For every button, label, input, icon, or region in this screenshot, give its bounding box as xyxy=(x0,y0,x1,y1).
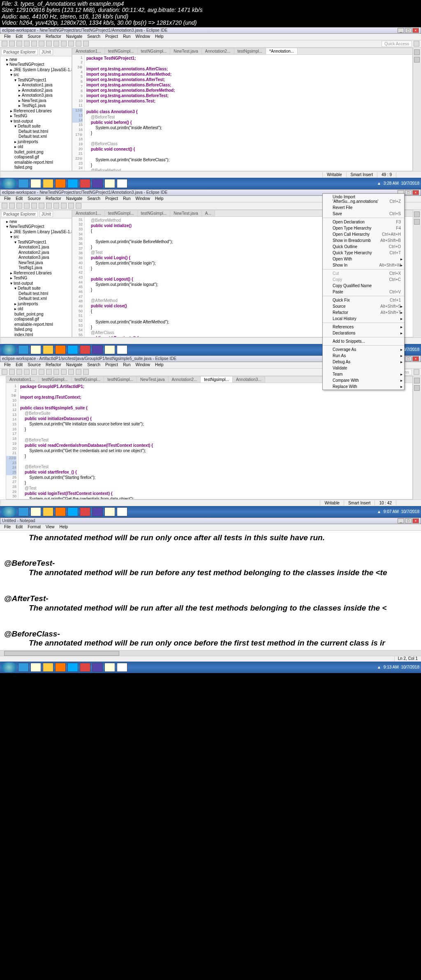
horizontal-scrollbar[interactable] xyxy=(0,650,421,656)
ctx-open-call-h[interactable]: Open Call HierarchyCtrl+Alt+H xyxy=(323,231,404,237)
toolbar-icon[interactable] xyxy=(68,41,74,46)
ctx-open-with[interactable]: Open With xyxy=(323,256,404,262)
tree-item[interactable]: ▸junitreports xyxy=(2,139,70,145)
tree-item[interactable]: ▸NewTest.java xyxy=(2,98,70,104)
toolbar-icon[interactable] xyxy=(76,41,81,46)
ctx-validate[interactable]: Validate xyxy=(323,365,404,371)
start-button[interactable] xyxy=(2,662,16,672)
tree-item[interactable]: failed.png xyxy=(2,327,70,332)
tree-item[interactable]: collapseall.gif xyxy=(2,155,70,160)
ctx-paste[interactable]: PasteCtrl+V xyxy=(323,289,404,295)
tree-item[interactable]: ▾test-output xyxy=(2,281,70,286)
tree-item[interactable]: bullet_point.png xyxy=(2,312,70,317)
menu-source[interactable]: Source xyxy=(25,34,43,40)
outline-icon[interactable] xyxy=(414,49,420,55)
menu-run[interactable]: Run xyxy=(120,34,133,40)
toolbar-icon[interactable] xyxy=(24,41,30,46)
tree-item[interactable]: emailable-report.html xyxy=(2,322,70,327)
tree-item[interactable]: Annotation1.java xyxy=(2,245,70,250)
minimize-button[interactable]: _ xyxy=(398,28,404,33)
ctx-run-as[interactable]: Run As xyxy=(323,353,404,359)
ctx-replace-with[interactable]: Replace With xyxy=(323,383,404,390)
title-bar[interactable]: eclipse-workspace - NewTestNGProject/src… xyxy=(0,27,421,34)
tree-item[interactable]: emailable-report.html xyxy=(2,160,70,165)
ctx-open-type-h[interactable]: Open Type HierarchyF4 xyxy=(323,225,404,231)
menu-file[interactable]: File xyxy=(2,34,13,40)
tree-item[interactable]: ▸JRE System Library [JavaSE-1.8] xyxy=(2,67,70,73)
ed-tab[interactable]: testNGsimpl... xyxy=(105,48,138,54)
tree-item[interactable]: Annotation3.java xyxy=(2,255,70,260)
tasklist-icon[interactable] xyxy=(414,57,420,63)
ctx-undo[interactable]: Undo Import 'AfterSu...ng.annotations'Ct… xyxy=(323,194,404,204)
chrome-icon[interactable] xyxy=(43,179,53,188)
ctx-copy[interactable]: CopyCtrl+C xyxy=(323,276,404,283)
tree-item[interactable]: ▸JRE System Library [JavaSE-1.8] xyxy=(2,230,70,235)
skype-icon[interactable] xyxy=(67,179,78,188)
tree-item[interactable]: ▸TestNG xyxy=(2,276,70,281)
ctx-debug-as[interactable]: Debug As xyxy=(323,359,404,365)
ctx-cut[interactable]: CutCtrl+X xyxy=(323,270,404,276)
ctx-local-history[interactable]: Local History xyxy=(323,316,404,322)
tree-item[interactable]: ▸old xyxy=(2,144,70,150)
eclipse-icon[interactable] xyxy=(92,179,103,188)
tree-item[interactable]: failed.png xyxy=(2,165,70,170)
notepad-text-area[interactable]: The annotated method will be run only on… xyxy=(0,531,421,650)
tree-item[interactable]: ▸Annotation1.java xyxy=(2,83,70,88)
ctx-compare-with[interactable]: Compare With xyxy=(323,377,404,383)
ctx-revert[interactable]: Revert File xyxy=(323,204,404,211)
ctx-snippets[interactable]: Add to Snippets... xyxy=(323,338,404,344)
tree-item[interactable]: bullet_point.png xyxy=(2,150,70,155)
toolbar-icon[interactable] xyxy=(16,41,22,46)
tree-item[interactable]: TestNg1.java xyxy=(2,265,70,271)
code-area[interactable]: package TestNGProject1; import org.testn… xyxy=(85,55,412,171)
notepad-icon[interactable] xyxy=(117,179,127,188)
start-button[interactable] xyxy=(2,179,16,188)
ctx-copy-qn[interactable]: Copy Qualified Name xyxy=(323,283,404,289)
ed-tab[interactable]: NewTest.java xyxy=(170,48,201,54)
ed-tab[interactable]: testNgsimpl... xyxy=(234,48,266,54)
ctx-references[interactable]: References xyxy=(323,324,404,330)
ctx-quick-fix[interactable]: Quick FixCtrl+1 xyxy=(323,297,404,303)
menu-navigate[interactable]: Navigate xyxy=(64,34,85,40)
tree-item[interactable]: ▾Default suite xyxy=(2,124,70,129)
ctx-breadcrumb[interactable]: Show in BreadcrumbAlt+Shift+B xyxy=(323,237,404,244)
tree-item[interactable]: ▸TestNG xyxy=(2,114,70,119)
menu-search[interactable]: Search xyxy=(85,34,103,40)
pe-tab[interactable]: Package Explorer xyxy=(1,49,38,55)
tree-item[interactable]: Default test.xml xyxy=(2,296,70,302)
tree-item[interactable]: Annotation2.java xyxy=(2,250,70,255)
tree-item[interactable]: ▸new xyxy=(2,57,70,63)
close-button[interactable]: × xyxy=(412,28,419,33)
toolbar-icon[interactable] xyxy=(9,41,15,46)
tree-item[interactable]: ▸TestNg1.java xyxy=(2,103,70,109)
tree-item[interactable]: ▸new xyxy=(2,219,70,225)
tree-item[interactable]: index.html xyxy=(2,170,70,171)
ctx-save[interactable]: SaveCtrl+S xyxy=(323,211,404,217)
toolbar-icon[interactable] xyxy=(2,41,7,46)
maximize-button[interactable]: □ xyxy=(405,28,412,33)
toolbar-icon[interactable] xyxy=(53,41,59,46)
ctx-show-in[interactable]: Show InAlt+Shift+W xyxy=(323,262,404,268)
explorer-icon[interactable] xyxy=(30,179,41,188)
ed-tab[interactable]: testNGsimpl... xyxy=(138,48,171,54)
tree-item[interactable]: ▾NewTestNGProject xyxy=(2,62,70,67)
menu-edit[interactable]: Edit xyxy=(13,34,25,40)
ed-tab-active[interactable]: *Annotation... xyxy=(266,48,298,54)
ctx-open-decl[interactable]: Open DeclarationF3 xyxy=(323,219,404,225)
ctx-quick-outline[interactable]: Quick OutlineCtrl+O xyxy=(323,244,404,250)
vlc-icon[interactable] xyxy=(55,179,66,188)
menu-project[interactable]: Project xyxy=(103,34,120,40)
code-area[interactable]: package GroupIdP1.ArtifactIdP1; import o… xyxy=(19,383,412,499)
tree-item[interactable]: index.html xyxy=(2,332,70,337)
toolbar-icon[interactable] xyxy=(61,41,67,46)
tree-item[interactable]: ▸Referenced Libraries xyxy=(2,109,70,114)
start-button[interactable] xyxy=(2,507,16,517)
toolbar-icon[interactable] xyxy=(83,41,89,46)
tree-item[interactable]: ▾Default suite xyxy=(2,286,70,291)
tree-item[interactable]: Default test.html xyxy=(2,291,70,297)
quick-access[interactable]: Quick Access xyxy=(382,41,412,47)
tree-item[interactable]: Default test.html xyxy=(2,129,70,135)
tree-item[interactable]: ▾TestNGProject1 xyxy=(2,78,70,83)
toolbar-icon[interactable] xyxy=(39,41,44,46)
tree-item[interactable]: ▾TestNGProject1 xyxy=(2,240,70,245)
